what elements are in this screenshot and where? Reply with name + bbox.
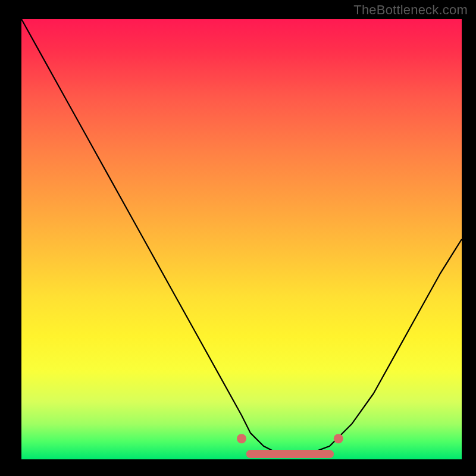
- bottleneck-curve-svg: [21, 19, 462, 459]
- bottleneck-curve-line: [21, 19, 462, 455]
- optimal-region-marker: [237, 434, 343, 454]
- svg-point-1: [334, 434, 343, 443]
- chart-plot-area: [21, 19, 462, 459]
- watermark-text: TheBottleneck.com: [353, 2, 468, 18]
- svg-point-0: [237, 434, 246, 443]
